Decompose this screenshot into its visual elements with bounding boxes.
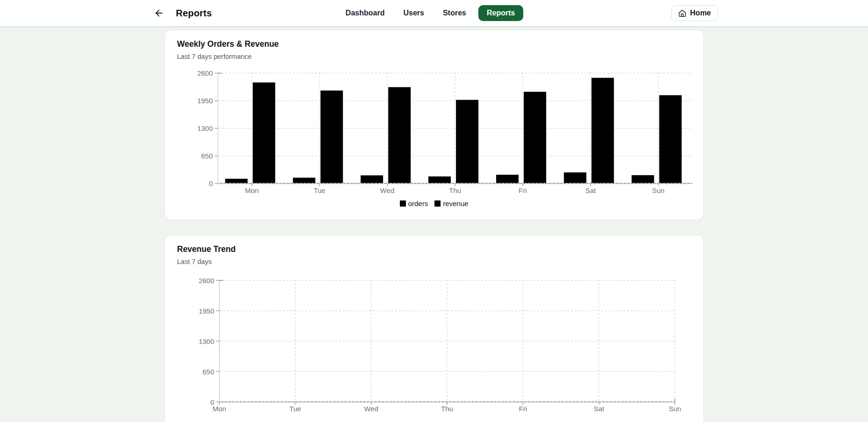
card-weekly-orders-revenue: Weekly Orders & Revenue Last 7 days perf… xyxy=(165,30,704,220)
legend-item-revenue: revenue xyxy=(434,200,468,207)
reports-content: Weekly Orders & Revenue Last 7 days perf… xyxy=(0,27,868,422)
svg-text:1950: 1950 xyxy=(197,97,212,105)
card-revenue-trend: Revenue Trend Last 7 days 06501300195026… xyxy=(165,235,704,422)
nav-link-dashboard[interactable]: Dashboard xyxy=(345,6,386,21)
svg-text:2600: 2600 xyxy=(197,69,212,77)
nav-link-stores[interactable]: Stores xyxy=(442,6,467,21)
chart-legend: ordersrevenue xyxy=(177,199,691,207)
svg-text:Wed: Wed xyxy=(364,405,378,413)
legend-swatch-icon xyxy=(400,200,406,207)
main-nav: DashboardUsersStoresReports xyxy=(345,5,523,21)
nav-link-reports[interactable]: Reports xyxy=(478,5,523,21)
svg-text:0: 0 xyxy=(209,179,212,187)
home-button-label: Home xyxy=(690,9,711,17)
svg-text:Fri: Fri xyxy=(519,405,527,413)
top-nav-bar: Reports DashboardUsersStoresReports Home xyxy=(0,0,868,27)
svg-text:Wed: Wed xyxy=(380,186,394,194)
legend-item-orders: orders xyxy=(400,200,428,207)
svg-text:1950: 1950 xyxy=(198,307,214,315)
svg-text:Fri: Fri xyxy=(519,186,527,194)
nav-left-group: Reports xyxy=(152,7,212,20)
card-title: Revenue Trend xyxy=(177,244,691,254)
card-subtitle: Last 7 days performance xyxy=(177,53,691,60)
svg-text:2600: 2600 xyxy=(198,277,214,285)
card-title: Weekly Orders & Revenue xyxy=(177,39,691,49)
svg-text:650: 650 xyxy=(201,152,212,160)
weekly-orders-revenue-chart: 0650130019502600MonTueWedThuFriSatSun xyxy=(177,62,691,198)
svg-text:650: 650 xyxy=(202,368,214,376)
svg-text:1300: 1300 xyxy=(198,337,214,345)
svg-text:Mon: Mon xyxy=(245,186,258,194)
arrow-left-icon xyxy=(154,8,164,18)
svg-text:1300: 1300 xyxy=(197,124,212,132)
back-button[interactable] xyxy=(152,7,166,20)
home-icon xyxy=(678,9,687,17)
card-subtitle: Last 7 days xyxy=(177,258,691,265)
svg-text:Thu: Thu xyxy=(441,405,453,413)
bar-chart-svg: 0650130019502600MonTueWedThuFriSatSun xyxy=(177,62,692,198)
home-button[interactable]: Home xyxy=(671,5,718,21)
svg-text:Thu: Thu xyxy=(449,186,461,194)
revenue-trend-chart: 0650130019502600MonTueWedThuFriSatSun xyxy=(177,267,691,415)
nav-link-users[interactable]: Users xyxy=(402,6,425,21)
svg-text:Sat: Sat xyxy=(593,405,604,413)
legend-label: revenue xyxy=(443,200,468,207)
svg-text:Tue: Tue xyxy=(289,405,301,413)
legend-label: orders xyxy=(408,200,428,207)
svg-text:Mon: Mon xyxy=(212,405,226,413)
svg-text:Sat: Sat xyxy=(585,186,596,194)
svg-text:Sun: Sun xyxy=(652,186,665,194)
svg-text:Sun: Sun xyxy=(668,405,681,413)
line-chart-svg: 0650130019502600MonTueWedThuFriSatSun xyxy=(177,267,692,415)
svg-text:Tue: Tue xyxy=(313,186,325,194)
legend-swatch-icon xyxy=(434,200,441,207)
page-title: Reports xyxy=(176,8,212,19)
